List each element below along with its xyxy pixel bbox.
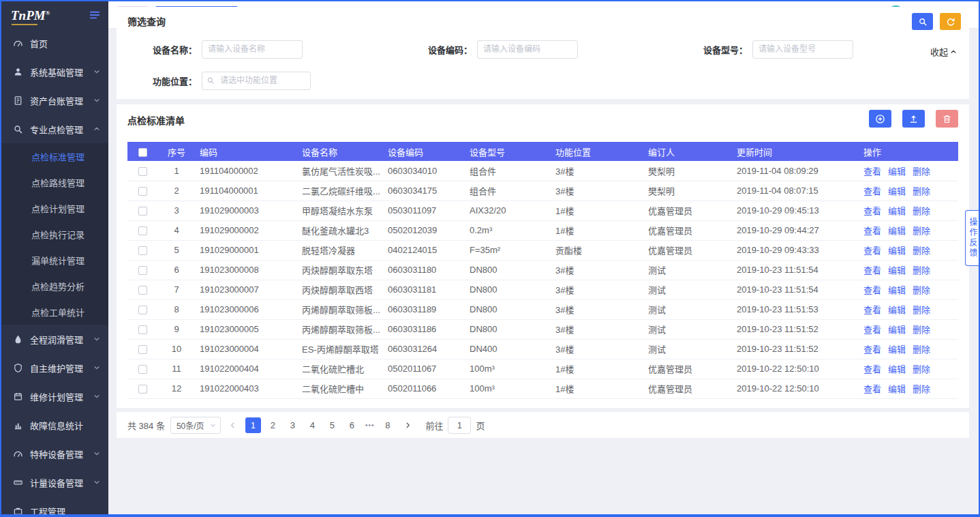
view-link[interactable]: 查看 <box>863 186 881 196</box>
edit-link[interactable]: 编辑 <box>888 265 906 276</box>
sidebar-item-system-base[interactable]: 系统基础管理 <box>1 57 108 86</box>
view-link[interactable]: 查看 <box>863 166 881 177</box>
select-all-checkbox[interactable] <box>138 148 147 157</box>
delete-link[interactable]: 删除 <box>913 226 930 236</box>
table-cell: 测试 <box>644 299 733 319</box>
sidebar-subitem-inspection-workorder[interactable]: 点检工单统计 <box>1 299 108 325</box>
row-checkbox[interactable] <box>138 286 147 295</box>
row-checkbox[interactable] <box>138 226 147 235</box>
page-button-5[interactable]: 5 <box>324 417 340 433</box>
chevron-down-icon <box>93 97 100 104</box>
add-button[interactable] <box>869 110 891 128</box>
sidebar-item-label: 全程润滑管理 <box>30 333 93 346</box>
edit-link[interactable]: 编辑 <box>888 166 906 177</box>
sidebar-item-engineering[interactable]: 工程管理 <box>1 497 108 514</box>
edit-link[interactable]: 编辑 <box>888 344 906 355</box>
sidebar-item-inspection[interactable]: 专业点检管理 <box>1 115 108 143</box>
sidebar-item-metering[interactable]: 计量设备管理 <box>1 468 108 497</box>
row-checkbox[interactable] <box>138 345 147 354</box>
table-cell: DN800 <box>465 319 551 339</box>
view-link[interactable]: 查看 <box>863 325 881 335</box>
page-button-6[interactable]: 6 <box>344 417 360 433</box>
sidebar-subitem-inspection-plan[interactable]: 点检计划管理 <box>1 195 108 221</box>
view-link[interactable]: 查看 <box>863 206 881 216</box>
view-link[interactable]: 查看 <box>863 364 881 374</box>
row-checkbox[interactable] <box>138 365 147 374</box>
trash-icon <box>942 114 952 124</box>
view-link[interactable]: 查看 <box>863 344 881 355</box>
batch-delete-button[interactable] <box>936 110 958 128</box>
function-location-input[interactable] <box>202 72 311 90</box>
edit-link[interactable]: 编辑 <box>888 226 906 236</box>
row-checkbox[interactable] <box>138 167 147 176</box>
sidebar-item-home[interactable]: 首页 <box>1 29 108 57</box>
delete-link[interactable]: 删除 <box>913 186 930 196</box>
sidebar-subitem-inspection-trend[interactable]: 点检趋势分析 <box>1 273 108 299</box>
edit-link[interactable]: 编辑 <box>888 325 906 335</box>
edit-link[interactable]: 编辑 <box>888 285 906 295</box>
upload-button[interactable] <box>902 110 925 128</box>
device-code-input[interactable] <box>477 40 578 59</box>
sidebar-item-self-maintenance[interactable]: 自主维护管理 <box>1 353 108 382</box>
page-button-3[interactable]: 3 <box>285 417 301 433</box>
sidebar-item-fault-stats[interactable]: 故障信息统计 <box>1 411 108 439</box>
sidebar-item-lubrication[interactable]: 全程润滑管理 <box>1 325 108 353</box>
view-link[interactable]: 查看 <box>863 285 881 295</box>
sidebar-item-asset-ledger[interactable]: 资产台账管理 <box>1 86 108 115</box>
table-cell: 5 <box>157 240 196 260</box>
user-icon <box>13 67 23 77</box>
table-cell: 组合件 <box>465 181 551 201</box>
delete-link[interactable]: 删除 <box>913 344 930 355</box>
row-checkbox[interactable] <box>138 207 147 216</box>
sidebar-subitem-inspection-standard[interactable]: 点检标准管理 <box>1 143 108 169</box>
row-checkbox[interactable] <box>138 266 147 275</box>
page-size-select[interactable]: 50条/页 <box>170 417 221 434</box>
delete-link[interactable]: 删除 <box>913 305 930 315</box>
goto-page-input[interactable] <box>448 417 471 434</box>
delete-link[interactable]: 删除 <box>913 265 930 276</box>
edit-link[interactable]: 编辑 <box>888 246 906 256</box>
row-checkbox[interactable] <box>138 187 147 196</box>
collapse-toggle[interactable]: 收起 <box>930 45 957 58</box>
sidebar-item-repair-plan[interactable]: 维修计划管理 <box>1 382 108 411</box>
row-checkbox[interactable] <box>138 246 147 255</box>
sidebar-subitem-inspection-record[interactable]: 点检执行记录 <box>1 221 108 247</box>
row-checkbox[interactable] <box>138 385 147 394</box>
search-button[interactable] <box>912 13 933 30</box>
edit-link[interactable]: 编辑 <box>888 305 906 315</box>
page-button-2[interactable]: 2 <box>265 417 281 433</box>
next-page-button[interactable] <box>401 417 414 433</box>
more-pages-icon[interactable]: ••• <box>364 422 376 429</box>
delete-link[interactable]: 删除 <box>913 325 930 335</box>
delete-link[interactable]: 删除 <box>913 285 930 295</box>
menu-toggle-icon[interactable] <box>89 9 101 21</box>
device-name-input[interactable] <box>202 40 303 59</box>
view-link[interactable]: 查看 <box>863 384 881 394</box>
sidebar-item-special-equipment[interactable]: 特种设备管理 <box>1 439 108 468</box>
page-button-4[interactable]: 4 <box>305 417 320 433</box>
view-link[interactable]: 查看 <box>863 226 881 236</box>
page-button-8[interactable]: 8 <box>380 417 395 433</box>
page-button-1[interactable]: 1 <box>245 417 261 433</box>
view-link[interactable]: 查看 <box>863 265 881 276</box>
delete-link[interactable]: 删除 <box>913 246 930 256</box>
view-link[interactable]: 查看 <box>863 246 881 256</box>
edit-link[interactable]: 编辑 <box>888 186 906 196</box>
delete-link[interactable]: 删除 <box>913 364 930 374</box>
delete-link[interactable]: 删除 <box>913 206 930 216</box>
delete-link[interactable]: 删除 <box>913 166 930 177</box>
row-checkbox[interactable] <box>138 325 147 334</box>
edit-link[interactable]: 编辑 <box>888 206 906 216</box>
sidebar-subitem-missed-order-stats[interactable]: 漏单统计管理 <box>1 247 108 273</box>
device-model-input[interactable] <box>752 40 853 59</box>
row-checkbox[interactable] <box>138 306 147 314</box>
view-link[interactable]: 查看 <box>863 305 881 315</box>
prev-page-button[interactable] <box>226 417 240 433</box>
delete-link[interactable]: 删除 <box>913 384 930 394</box>
field-label: 功能位置： <box>122 74 197 87</box>
edit-link[interactable]: 编辑 <box>888 384 906 394</box>
feedback-tab[interactable]: 操作反馈 <box>965 210 979 266</box>
sidebar-subitem-inspection-route[interactable]: 点检路线管理 <box>1 169 108 195</box>
refresh-button[interactable] <box>940 13 961 30</box>
edit-link[interactable]: 编辑 <box>888 364 906 374</box>
